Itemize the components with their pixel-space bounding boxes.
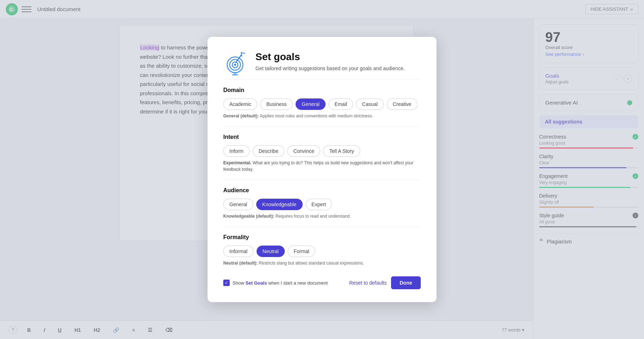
pill-email[interactable]: Email bbox=[328, 98, 353, 110]
pill-tell-a-story[interactable]: Tell A Story bbox=[323, 145, 360, 157]
intent-section: Intent InformDescribeConvinceTell A Stor… bbox=[223, 134, 421, 173]
pill-knowledgeable[interactable]: Knowledgeable bbox=[256, 199, 303, 210]
show-goals-label: Show Set Goals when I start a new docume… bbox=[233, 280, 328, 286]
audience-section: Audience GeneralKnowledgeableExpert Know… bbox=[223, 187, 421, 219]
pill-casual[interactable]: Casual bbox=[356, 98, 384, 110]
modal-footer-actions: Reset to defaults Done bbox=[349, 276, 421, 289]
set-goals-modal: Set goals Get tailored writing suggestio… bbox=[208, 37, 436, 302]
domain-label: Domain bbox=[223, 87, 421, 93]
modal-overlay: Set goals Get tailored writing suggestio… bbox=[0, 0, 644, 339]
divider-3 bbox=[223, 180, 421, 180]
pill-informal[interactable]: Informal bbox=[223, 246, 254, 257]
divider-1 bbox=[223, 79, 421, 80]
pill-general[interactable]: General bbox=[223, 199, 253, 210]
modal-header: Set goals Get tailored writing suggestio… bbox=[223, 51, 421, 72]
show-goals-checkbox-group: ✓ Show Set Goals when I start a new docu… bbox=[223, 280, 328, 286]
pill-inform[interactable]: Inform bbox=[223, 145, 250, 157]
reset-defaults-button[interactable]: Reset to defaults bbox=[349, 280, 387, 286]
pill-academic[interactable]: Academic bbox=[223, 98, 257, 110]
audience-label: Audience bbox=[223, 187, 421, 194]
formality-label: Formality bbox=[223, 234, 421, 241]
intent-note: Experimental. What are you trying to do?… bbox=[223, 160, 421, 173]
pill-general[interactable]: General bbox=[296, 98, 326, 110]
pill-neutral[interactable]: Neutral bbox=[257, 246, 285, 257]
audience-options: GeneralKnowledgeableExpert bbox=[223, 199, 421, 210]
checkbox-checkmark: ✓ bbox=[225, 280, 228, 285]
pill-business[interactable]: Business bbox=[260, 98, 293, 110]
intent-options: InformDescribeConvinceTell A Story bbox=[223, 145, 421, 157]
formality-note: Neutral (default): Restricts slang but a… bbox=[223, 260, 421, 266]
formality-section: Formality InformalNeutralFormal Neutral … bbox=[223, 234, 421, 266]
pill-creative[interactable]: Creative bbox=[387, 98, 418, 110]
pill-expert[interactable]: Expert bbox=[306, 199, 332, 210]
pill-convince[interactable]: Convince bbox=[287, 145, 320, 157]
domain-options: AcademicBusinessGeneralEmailCasualCreati… bbox=[223, 98, 421, 110]
pill-formal[interactable]: Formal bbox=[288, 246, 316, 257]
intent-label: Intent bbox=[223, 134, 421, 140]
done-button[interactable]: Done bbox=[391, 276, 421, 289]
svg-line-4 bbox=[241, 53, 245, 53]
divider-4 bbox=[223, 227, 421, 227]
divider-2 bbox=[223, 126, 421, 127]
domain-note: General (default): Applies most rules an… bbox=[223, 113, 421, 119]
modal-subtitle: Get tailored writing suggestions based o… bbox=[255, 65, 421, 72]
show-goals-checkbox[interactable]: ✓ bbox=[223, 280, 230, 286]
modal-footer: ✓ Show Set Goals when I start a new docu… bbox=[223, 276, 421, 289]
audience-note: Knowledgeable (default): Requires focus … bbox=[223, 213, 421, 219]
pill-describe[interactable]: Describe bbox=[253, 145, 284, 157]
svg-point-8 bbox=[234, 64, 236, 66]
domain-section: Domain AcademicBusinessGeneralEmailCasua… bbox=[223, 87, 421, 119]
formality-options: InformalNeutralFormal bbox=[223, 246, 421, 257]
modal-title: Set goals bbox=[255, 51, 421, 63]
set-goals-icon bbox=[223, 50, 248, 75]
